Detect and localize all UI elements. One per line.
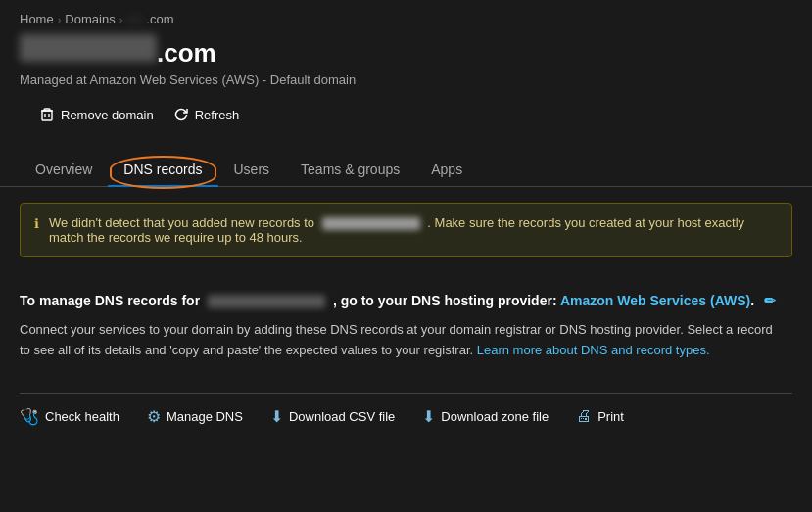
heart-icon: 🩺 [20, 407, 39, 426]
download-csv-button[interactable]: ⬇ Download CSV file [270, 407, 395, 426]
refresh-label: Refresh [195, 108, 240, 122]
dns-manage-section: To manage DNS records for , go to your D… [0, 273, 812, 377]
download-csv-icon: ⬇ [270, 407, 283, 426]
breadcrumb-sep2: › [119, 14, 123, 25]
breadcrumb-suffix: .com [146, 12, 173, 26]
learn-more-link[interactable]: Learn more about DNS and record types. [477, 343, 710, 357]
print-icon: 🖨 [576, 407, 592, 425]
alert-banner: ℹ We didn't detect that you added new re… [20, 203, 792, 257]
page-title-blurred [20, 34, 157, 62]
tabs-bar: Overview DNS records Users Teams & group… [0, 138, 812, 187]
tab-apps[interactable]: Apps [415, 154, 478, 187]
refresh-button[interactable]: Refresh [173, 103, 240, 126]
page-header: .com Managed at Amazon Web Services (AWS… [0, 34, 812, 138]
download-zone-label: Download zone file [441, 409, 549, 424]
aws-link[interactable]: Amazon Web Services (AWS) [560, 293, 750, 308]
edit-icon[interactable]: ✏ [764, 293, 776, 308]
check-health-label: Check health [45, 409, 119, 424]
print-button[interactable]: 🖨 Print [576, 407, 624, 425]
tab-teams-groups[interactable]: Teams & groups [285, 154, 415, 187]
alert-domain-blurred [322, 217, 420, 230]
download-zone-button[interactable]: ⬇ Download zone file [422, 407, 549, 426]
manage-dns-label: Manage DNS [167, 409, 243, 424]
breadcrumb: Home › Domains › .com [0, 0, 812, 34]
trash-icon [39, 107, 55, 122]
print-label: Print [597, 409, 624, 424]
dns-description: Connect your services to your domain by … [20, 320, 784, 361]
check-health-button[interactable]: 🩺 Check health [20, 407, 119, 426]
dns-domain-blurred [208, 295, 325, 308]
svg-rect-0 [42, 111, 52, 120]
refresh-icon [173, 107, 189, 122]
tab-overview[interactable]: Overview [20, 154, 108, 187]
page-subtitle: Managed at Amazon Web Services (AWS) - D… [20, 72, 792, 87]
tab-dns-records[interactable]: DNS records [108, 154, 217, 187]
action-bar: Remove domain Refresh [20, 103, 792, 126]
remove-domain-label: Remove domain [61, 108, 154, 122]
download-csv-label: Download CSV file [289, 409, 395, 424]
breadcrumb-home[interactable]: Home [20, 12, 54, 26]
remove-domain-button[interactable]: Remove domain [39, 103, 154, 126]
download-zone-icon: ⬇ [422, 407, 435, 426]
breadcrumb-sep1: › [58, 14, 62, 25]
manage-dns-button[interactable]: ⚙ Manage DNS [147, 407, 243, 426]
page-title: .com [20, 34, 792, 69]
tab-users[interactable]: Users [218, 154, 286, 187]
breadcrumb-current [126, 19, 142, 21]
gear-icon: ⚙ [147, 407, 161, 426]
bottom-actions: 🩺 Check health ⚙ Manage DNS ⬇ Download C… [0, 394, 812, 440]
info-icon: ℹ [34, 216, 39, 231]
breadcrumb-domains[interactable]: Domains [65, 12, 115, 26]
page-title-suffix: .com [157, 38, 216, 69]
alert-text: We didn't detect that you added new reco… [49, 215, 778, 245]
dns-manage-title: To manage DNS records for , go to your D… [20, 293, 792, 308]
